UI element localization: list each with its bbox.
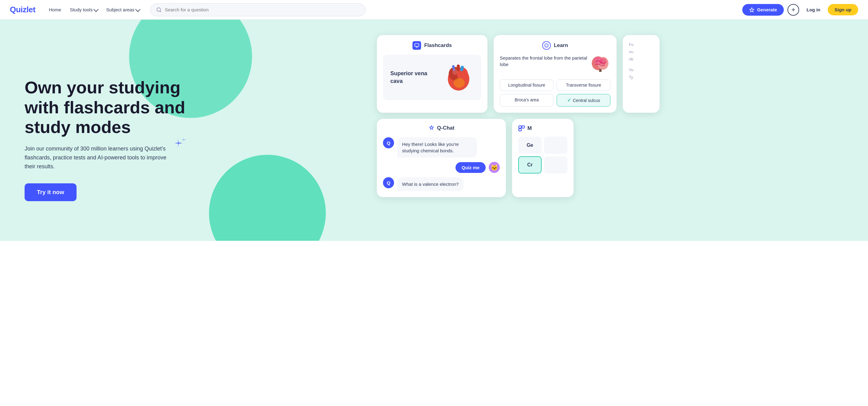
search-bar[interactable] (150, 3, 366, 16)
qchat-header: Q-Chat (383, 125, 500, 131)
nav-links: Home Study tools Subject areas (45, 5, 143, 15)
svg-rect-18 (519, 129, 521, 131)
svg-point-9 (453, 69, 457, 75)
svg-point-10 (454, 78, 465, 88)
blob-decoration-2 (209, 155, 326, 241)
learn-option-2[interactable]: Transverse fissure (557, 79, 611, 91)
learn-icon (542, 41, 551, 50)
cards-bottom-row: Q-Chat Q Hey there! Looks like you're st… (377, 119, 868, 197)
learn-option-1[interactable]: Longitudinal fissure (500, 79, 554, 91)
match-grid: Ge Cr (518, 137, 567, 173)
nav-study-tools[interactable]: Study tools (66, 5, 101, 15)
qchat-messages: Q Hey there! Looks like you're studying … (383, 137, 500, 191)
qchat-card: Q-Chat Q Hey there! Looks like you're st… (377, 119, 506, 197)
signup-button[interactable]: Sign up (828, 4, 858, 15)
partial-text: Fo nu rib Yo Ty (629, 41, 653, 81)
cards-top-row: Flashcards Superior vena cava (377, 35, 868, 113)
qchat-avatar-2: Q (383, 177, 394, 188)
partial-right-card: Fo nu rib Yo Ty (623, 35, 660, 113)
chat-bubble-2: What is a valence electron? (397, 177, 464, 191)
learn-options: Longitudinal fissure Transverse fissure … (500, 79, 611, 107)
login-button[interactable]: Log in (803, 5, 824, 15)
heart-illustration (443, 62, 474, 93)
learn-card-header: Learn (500, 41, 611, 50)
learn-option-4[interactable]: ✓ Central sulcus (557, 94, 611, 107)
hero-title: Own your studying with flashcards and st… (25, 78, 203, 137)
try-it-now-button[interactable]: Try it now (25, 183, 76, 201)
chevron-down-icon (93, 7, 99, 12)
svg-line-1 (160, 11, 161, 12)
svg-rect-6 (457, 65, 460, 71)
nav-subject-areas[interactable]: Subject areas (102, 5, 143, 15)
sparkle-icon (749, 7, 754, 12)
nav-home[interactable]: Home (45, 5, 65, 15)
cat-avatar: 🐱 (489, 162, 500, 173)
chat-row-1: Q Hey there! Looks like you're studying … (383, 137, 500, 158)
svg-rect-2 (415, 44, 419, 46)
learn-card: Learn Separates the frontal lobe from th… (494, 35, 617, 113)
logo[interactable]: Quizlet (10, 5, 35, 14)
match-icon (518, 125, 525, 132)
match-card-header: M (518, 125, 567, 132)
check-icon: ✓ (567, 97, 571, 103)
quiz-me-button[interactable]: Quiz me (456, 162, 486, 173)
flashcard-card: Flashcards Superior vena cava (377, 35, 488, 113)
match-cell-cr[interactable]: Cr (518, 156, 541, 173)
flashcard-card-header: Flashcards (383, 41, 481, 50)
qchat-avatar: Q (383, 137, 394, 148)
svg-rect-15 (599, 69, 601, 72)
match-cell-ge[interactable]: Ge (518, 137, 541, 154)
cards-area: Flashcards Superior vena cava (365, 20, 868, 241)
brain-illustration (591, 55, 611, 74)
search-input[interactable] (165, 7, 360, 12)
plus-button[interactable]: + (787, 4, 799, 16)
hero-subtitle: Join our community of 300 million learne… (25, 144, 178, 171)
svg-rect-16 (519, 126, 521, 128)
chat-row-2: Q What is a valence electron? (383, 177, 500, 191)
flashcard-inner: Superior vena cava (383, 55, 481, 100)
sparkle-icon-qchat (429, 125, 435, 131)
generate-button[interactable]: Generate (742, 4, 784, 16)
chat-bubble-1: Hey there! Looks like you're studying ch… (397, 137, 477, 158)
sparkle-decoration (172, 136, 188, 151)
nav-right: Generate + Log in Sign up (735, 4, 858, 16)
hero-section: Own your studying with flashcards and st… (0, 20, 868, 241)
navbar: Quizlet Home Study tools Subject areas G… (0, 0, 868, 20)
match-cell-empty (544, 137, 567, 154)
flashcard-icon (412, 41, 421, 50)
chat-row-quiz: Quiz me 🐱 (383, 162, 500, 173)
learn-option-3[interactable]: Broca's area (500, 94, 554, 107)
svg-point-14 (599, 58, 607, 65)
match-cell-empty-2 (544, 156, 567, 173)
svg-rect-17 (522, 126, 524, 128)
learn-question: Separates the frontal lobe from the pari… (500, 55, 611, 74)
chevron-down-icon (135, 7, 141, 12)
flashcard-term: Superior vena cava (390, 70, 438, 85)
match-card: M Ge Cr (512, 119, 574, 197)
search-icon (156, 7, 162, 12)
